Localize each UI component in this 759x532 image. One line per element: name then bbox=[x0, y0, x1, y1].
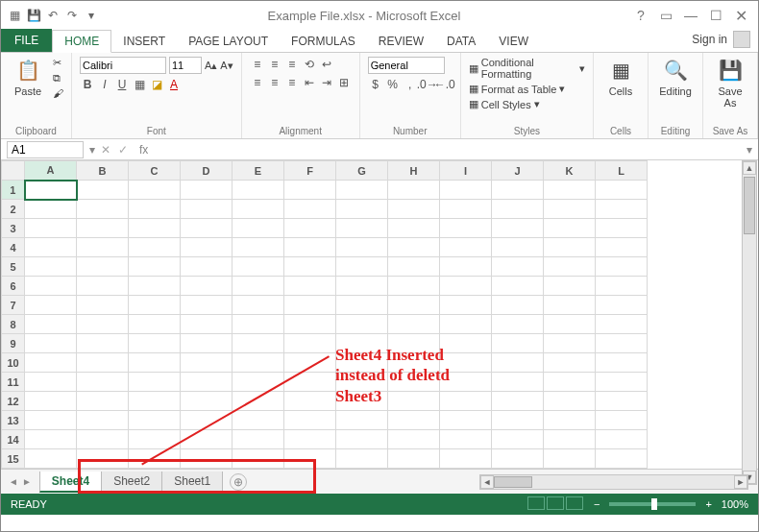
cell-C12[interactable] bbox=[129, 392, 181, 411]
copy-icon[interactable]: ⧉ bbox=[53, 72, 63, 85]
zoom-level[interactable]: 100% bbox=[722, 498, 748, 510]
currency-icon[interactable]: $ bbox=[368, 77, 383, 92]
cell-I12[interactable] bbox=[440, 392, 492, 411]
row-header-9[interactable]: 9 bbox=[2, 334, 25, 353]
minimize-icon[interactable]: — bbox=[679, 4, 702, 27]
italic-icon[interactable]: I bbox=[97, 77, 112, 92]
cell-F5[interactable] bbox=[284, 257, 336, 277]
cell-K6[interactable] bbox=[544, 277, 596, 296]
cell-B14[interactable] bbox=[77, 430, 129, 449]
cell-B8[interactable] bbox=[77, 315, 129, 334]
zoom-slider[interactable] bbox=[609, 502, 696, 506]
cell-H14[interactable] bbox=[388, 430, 440, 449]
increase-decimal-icon[interactable]: .0→ bbox=[420, 77, 435, 92]
cell-C2[interactable] bbox=[129, 200, 181, 219]
help-icon[interactable]: ? bbox=[629, 4, 652, 27]
orientation-icon[interactable]: ⟲ bbox=[302, 57, 317, 72]
cell-A13[interactable] bbox=[25, 411, 77, 430]
col-header-I[interactable]: I bbox=[440, 161, 492, 181]
cell-D15[interactable] bbox=[181, 449, 233, 469]
cell-H12[interactable] bbox=[388, 392, 440, 411]
undo-icon[interactable]: ↶ bbox=[45, 8, 61, 23]
fill-color-icon[interactable]: ◪ bbox=[149, 77, 164, 92]
cell-D3[interactable] bbox=[181, 219, 233, 238]
sheet-tab-sheet4[interactable]: Sheet4 bbox=[39, 472, 102, 493]
cell-L6[interactable] bbox=[596, 277, 648, 296]
row-header-14[interactable]: 14 bbox=[2, 430, 25, 449]
cell-K14[interactable] bbox=[544, 430, 596, 449]
col-header-C[interactable]: C bbox=[129, 161, 181, 181]
decrease-font-icon[interactable]: A▾ bbox=[220, 60, 233, 72]
cell-D8[interactable] bbox=[181, 315, 233, 334]
cell-H4[interactable] bbox=[388, 238, 440, 257]
cell-G10[interactable] bbox=[336, 353, 388, 373]
cancel-formula-icon[interactable]: ✕ bbox=[101, 143, 110, 157]
cell-A9[interactable] bbox=[25, 334, 77, 353]
cell-F12[interactable] bbox=[284, 392, 336, 411]
col-header-B[interactable]: B bbox=[77, 161, 129, 181]
enter-formula-icon[interactable]: ✓ bbox=[118, 143, 128, 157]
cell-H1[interactable] bbox=[388, 181, 440, 200]
cell-D11[interactable] bbox=[181, 373, 233, 392]
cell-G13[interactable] bbox=[336, 411, 388, 430]
cell-A3[interactable] bbox=[25, 219, 77, 238]
sign-in-link[interactable]: Sign in bbox=[692, 33, 727, 46]
cell-L10[interactable] bbox=[596, 353, 648, 373]
sheet-tab-sheet2[interactable]: Sheet2 bbox=[101, 472, 162, 493]
cell-E14[interactable] bbox=[233, 430, 284, 449]
cell-F8[interactable] bbox=[284, 315, 336, 334]
cell-F1[interactable] bbox=[284, 181, 336, 200]
cell-D2[interactable] bbox=[181, 200, 233, 219]
cell-G1[interactable] bbox=[336, 181, 388, 200]
cell-B5[interactable] bbox=[77, 257, 129, 277]
cut-icon[interactable]: ✂ bbox=[53, 57, 63, 69]
cell-A6[interactable] bbox=[25, 277, 77, 296]
editing-button[interactable]: 🔍 Editing bbox=[656, 57, 695, 97]
row-header-2[interactable]: 2 bbox=[2, 200, 25, 219]
cell-I14[interactable] bbox=[440, 430, 492, 449]
font-size-select[interactable] bbox=[169, 57, 202, 74]
cell-A11[interactable] bbox=[25, 373, 77, 392]
cell-C3[interactable] bbox=[129, 219, 181, 238]
row-header-15[interactable]: 15 bbox=[2, 449, 25, 469]
cell-J2[interactable] bbox=[492, 200, 544, 219]
cell-C8[interactable] bbox=[129, 315, 181, 334]
cell-B6[interactable] bbox=[77, 277, 129, 296]
row-header-11[interactable]: 11 bbox=[2, 373, 25, 392]
cell-J11[interactable] bbox=[492, 373, 544, 392]
close-icon[interactable]: ✕ bbox=[729, 4, 752, 27]
cell-K9[interactable] bbox=[544, 334, 596, 353]
view-buttons[interactable] bbox=[526, 496, 584, 512]
cell-E1[interactable] bbox=[233, 181, 284, 200]
row-header-13[interactable]: 13 bbox=[2, 411, 25, 430]
cell-G15[interactable] bbox=[336, 449, 388, 469]
font-color-icon[interactable]: A bbox=[166, 77, 182, 92]
sheet-nav-next-icon[interactable]: ► bbox=[22, 476, 32, 487]
format-as-table-button[interactable]: ▦ Format as Table ▾ bbox=[469, 83, 566, 95]
increase-font-icon[interactable]: A▴ bbox=[205, 60, 217, 72]
cell-A4[interactable] bbox=[25, 238, 77, 257]
tab-formulas[interactable]: FORMULAS bbox=[280, 31, 367, 52]
decrease-decimal-icon[interactable]: ←.0 bbox=[437, 77, 453, 92]
cell-H15[interactable] bbox=[388, 449, 440, 469]
cell-I6[interactable] bbox=[440, 277, 492, 296]
cell-E3[interactable] bbox=[233, 219, 284, 238]
tab-page-layout[interactable]: PAGE LAYOUT bbox=[177, 31, 280, 52]
qat-customize-icon[interactable]: ▾ bbox=[84, 8, 99, 23]
cell-I13[interactable] bbox=[440, 411, 492, 430]
row-header-5[interactable]: 5 bbox=[2, 257, 25, 277]
cell-K8[interactable] bbox=[544, 315, 596, 334]
cell-F4[interactable] bbox=[284, 238, 336, 257]
vertical-scrollbar[interactable]: ▲ ▼ bbox=[742, 160, 757, 485]
cell-G11[interactable] bbox=[336, 373, 388, 392]
cell-B15[interactable] bbox=[77, 449, 129, 469]
cell-C6[interactable] bbox=[129, 277, 181, 296]
cell-J3[interactable] bbox=[492, 219, 544, 238]
cell-H7[interactable] bbox=[388, 296, 440, 315]
cell-E15[interactable] bbox=[233, 449, 284, 469]
cell-E6[interactable] bbox=[233, 277, 284, 296]
row-header-6[interactable]: 6 bbox=[2, 277, 25, 296]
cell-F15[interactable] bbox=[284, 449, 336, 469]
cell-C13[interactable] bbox=[129, 411, 181, 430]
cell-A8[interactable] bbox=[25, 315, 77, 334]
